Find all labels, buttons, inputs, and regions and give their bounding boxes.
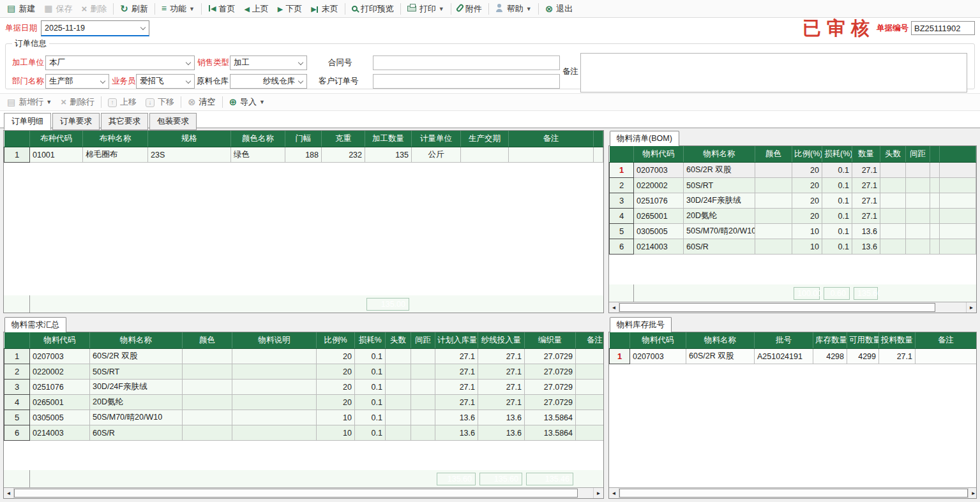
cell[interactable]: 20 xyxy=(317,364,355,380)
cell[interactable]: 10 xyxy=(317,425,355,441)
column-header[interactable]: 间距 xyxy=(906,146,930,163)
cell[interactable] xyxy=(232,410,317,425)
delete-row-button[interactable]: ×删除行 xyxy=(56,94,99,110)
cell[interactable]: 棉毛圈布 xyxy=(83,147,148,163)
column-header[interactable]: 备注 xyxy=(576,332,604,349)
cell[interactable]: 0305005 xyxy=(634,224,684,239)
cell[interactable]: 30D/24F亲肤绒 xyxy=(90,380,183,395)
cell[interactable]: 0.1 xyxy=(355,410,386,425)
salesman-select[interactable]: 爱招飞 xyxy=(136,74,195,89)
row-number[interactable]: 2 xyxy=(610,178,634,193)
column-header[interactable] xyxy=(610,332,630,349)
doc-number-input[interactable] xyxy=(911,21,975,35)
cell[interactable]: 10 xyxy=(792,224,822,239)
table-row[interactable]: 3025107630D/24F亲肤绒200.127.127.127.0729 xyxy=(4,380,604,395)
cell[interactable] xyxy=(411,410,435,425)
cell[interactable]: 20 xyxy=(792,209,822,224)
column-header[interactable] xyxy=(4,332,30,349)
doc-date-select[interactable]: 2025-11-19 xyxy=(41,20,149,36)
table-row[interactable]: 2022000250S/RT200.127.1 xyxy=(610,178,976,193)
cell[interactable]: 27.0729 xyxy=(525,364,576,380)
column-header[interactable] xyxy=(594,131,603,147)
cell[interactable]: 0265001 xyxy=(634,209,684,224)
print-button[interactable]: 打印▼ xyxy=(403,1,449,17)
cell[interactable]: 20 xyxy=(317,349,355,364)
cell[interactable] xyxy=(411,364,435,380)
cell[interactable] xyxy=(880,178,906,193)
column-header[interactable]: 数量 xyxy=(852,146,880,163)
remark-textarea[interactable] xyxy=(580,53,967,92)
column-header[interactable]: 颜色名称 xyxy=(231,131,285,147)
cell[interactable]: 50S/M70/晴20/W10 xyxy=(684,224,755,239)
table-row[interactable]: 4026500120D氨纶200.127.127.127.0729 xyxy=(4,395,604,410)
row-number[interactable]: 6 xyxy=(4,425,30,441)
cell[interactable] xyxy=(880,239,906,255)
cell[interactable] xyxy=(880,209,906,224)
column-header[interactable] xyxy=(4,131,30,147)
column-header[interactable]: 物料名称 xyxy=(686,332,755,349)
table-row[interactable]: 5030500550S/M70/晴20/W10100.113.6 xyxy=(610,224,976,239)
column-header[interactable]: 可用数量 xyxy=(847,332,879,349)
cell[interactable]: 0207003 xyxy=(630,349,686,364)
cell[interactable] xyxy=(906,209,930,224)
table-row[interactable]: 6021400360S/R100.113.6 xyxy=(610,239,976,255)
column-header[interactable]: 物料代码 xyxy=(30,332,90,349)
cell[interactable]: 27.1 xyxy=(478,395,525,410)
cell[interactable] xyxy=(906,193,930,209)
cell[interactable]: 50S/RT xyxy=(684,178,755,193)
row-number[interactable]: 4 xyxy=(4,395,30,410)
cell[interactable]: 13.6 xyxy=(852,224,880,239)
next-page-button[interactable]: ▶下页 xyxy=(273,1,306,17)
attachment-button[interactable]: 附件 xyxy=(453,1,486,17)
cell[interactable] xyxy=(411,349,435,364)
cell[interactable] xyxy=(755,163,792,178)
help-button[interactable]: 帮助▼ xyxy=(491,1,536,17)
column-header[interactable]: 批号 xyxy=(755,332,813,349)
cell[interactable]: 60S/2R 双股 xyxy=(686,349,755,364)
column-header[interactable]: 投料数量 xyxy=(879,332,916,349)
scrollbar-thumb[interactable] xyxy=(14,489,578,498)
table-row[interactable]: 1020700360S/2R 双股200.127.1 xyxy=(610,163,976,178)
column-header[interactable]: 颜色 xyxy=(755,146,792,163)
cell[interactable] xyxy=(183,380,232,395)
cell[interactable] xyxy=(576,410,604,425)
row-number[interactable]: 3 xyxy=(610,193,634,209)
scroll-right-icon[interactable]: ► xyxy=(968,488,977,498)
cell[interactable]: 27.1 xyxy=(852,209,880,224)
column-header[interactable]: 物料代码 xyxy=(634,146,684,163)
cell[interactable]: 20 xyxy=(792,193,822,209)
cell[interactable]: 13.5864 xyxy=(525,425,576,441)
column-header[interactable]: 库存数量 xyxy=(813,332,847,349)
print-preview-button[interactable]: 打印预览 xyxy=(347,1,398,17)
cell[interactable]: 20 xyxy=(317,380,355,395)
column-header[interactable]: 纱线投入量 xyxy=(478,332,525,349)
tab-bom[interactable]: 物料清单(BOM) xyxy=(610,131,679,146)
cell[interactable]: 27.1 xyxy=(478,364,525,380)
cell[interactable]: 0.1 xyxy=(822,209,852,224)
table-row[interactable]: 4026500120D氨纶200.127.1 xyxy=(610,209,976,224)
cell[interactable]: 10 xyxy=(792,239,822,255)
cell[interactable]: 4299 xyxy=(847,349,879,364)
row-number[interactable]: 5 xyxy=(610,224,634,239)
row-number[interactable]: 1 xyxy=(4,349,30,364)
cell[interactable]: 10 xyxy=(317,410,355,425)
cell[interactable] xyxy=(386,425,411,441)
cell[interactable]: 0.1 xyxy=(355,349,386,364)
cell[interactable] xyxy=(386,349,411,364)
tab-2[interactable]: 其它要求 xyxy=(101,113,148,130)
cell[interactable] xyxy=(461,147,509,163)
cell[interactable]: 0214003 xyxy=(30,425,90,441)
cell[interactable]: 0.1 xyxy=(822,163,852,178)
move-up-button[interactable]: ↑上移 xyxy=(103,94,141,110)
column-header[interactable]: 加工数量 xyxy=(365,131,412,147)
cell[interactable] xyxy=(930,239,940,255)
cell[interactable] xyxy=(183,410,232,425)
cell[interactable]: 0.1 xyxy=(355,364,386,380)
cell[interactable]: 公斤 xyxy=(412,147,461,163)
row-number[interactable]: 5 xyxy=(4,410,30,425)
table-row[interactable]: 5030500550S/M70/晴20/W10100.113.613.613.5… xyxy=(4,410,604,425)
cell[interactable]: 27.1 xyxy=(852,163,880,178)
cell[interactable]: 60S/2R 双股 xyxy=(90,349,183,364)
department-select[interactable]: 生产部 xyxy=(45,74,109,89)
cell[interactable] xyxy=(755,193,792,209)
